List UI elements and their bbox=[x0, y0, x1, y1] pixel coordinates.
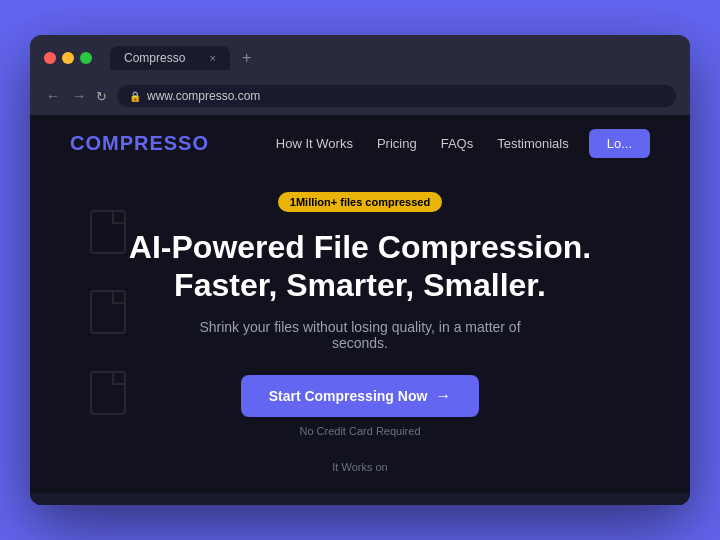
file-icon-2 bbox=[90, 290, 126, 334]
close-dot[interactable] bbox=[44, 52, 56, 64]
maximize-dot[interactable] bbox=[80, 52, 92, 64]
address-bar-row: ← → ↻ 🔒 www.compresso.com bbox=[30, 79, 690, 115]
login-button[interactable]: Lo... bbox=[589, 129, 650, 158]
hero-badge: 1Million+ files compressed bbox=[278, 192, 442, 212]
forward-button[interactable]: → bbox=[70, 86, 88, 106]
nav-pricing[interactable]: Pricing bbox=[377, 136, 417, 151]
floating-file-icons bbox=[90, 192, 126, 433]
tab-title: Compresso bbox=[124, 51, 185, 65]
hero-title: AI-Powered File Compression. Faster, Sma… bbox=[129, 228, 591, 305]
nav-links: How It Works Pricing FAQs Testimonials bbox=[276, 136, 569, 151]
browser-window: Compresso × + ← → ↻ 🔒 www.compresso.com … bbox=[30, 35, 690, 505]
it-works-on-text: It Works on bbox=[332, 461, 387, 473]
address-text: www.compresso.com bbox=[147, 89, 260, 103]
nav-faqs[interactable]: FAQs bbox=[441, 136, 474, 151]
back-button[interactable]: ← bbox=[44, 86, 62, 106]
file-icon-3 bbox=[90, 371, 126, 415]
nav-testimonials[interactable]: Testimonials bbox=[497, 136, 569, 151]
minimize-dot[interactable] bbox=[62, 52, 74, 64]
trusted-section: Trusted by Over 1000+ Users Worldwide Go… bbox=[30, 493, 690, 505]
refresh-button[interactable]: ↻ bbox=[96, 89, 107, 104]
hero-title-line1: AI-Powered File Compression. bbox=[129, 229, 591, 265]
new-tab-button[interactable]: + bbox=[234, 45, 259, 71]
nav-buttons: ← → ↻ bbox=[44, 86, 107, 106]
address-bar[interactable]: 🔒 www.compresso.com bbox=[117, 85, 676, 107]
hero-title-line2: Faster, Smarter, Smaller. bbox=[174, 267, 546, 303]
hero-section: 1Million+ files compressed AI-Powered Fi… bbox=[30, 172, 690, 493]
site-nav: COMPRESSO How It Works Pricing FAQs Test… bbox=[30, 115, 690, 172]
browser-chrome: Compresso × + ← → ↻ 🔒 www.compresso.com bbox=[30, 35, 690, 115]
site-logo[interactable]: COMPRESSO bbox=[70, 132, 209, 155]
tab-close-button[interactable]: × bbox=[210, 52, 216, 64]
lock-icon: 🔒 bbox=[129, 91, 141, 102]
active-tab[interactable]: Compresso × bbox=[110, 46, 230, 70]
cta-label: Start Compressing Now bbox=[269, 388, 428, 404]
cta-arrow-icon: → bbox=[435, 387, 451, 405]
tab-bar: Compresso × + bbox=[110, 45, 259, 71]
traffic-lights bbox=[44, 52, 92, 64]
title-bar: Compresso × + bbox=[30, 35, 690, 79]
hero-subtitle: Shrink your files without losing quality… bbox=[170, 319, 550, 351]
no-credit-card-text: No Credit Card Required bbox=[299, 425, 420, 437]
website-content: COMPRESSO How It Works Pricing FAQs Test… bbox=[30, 115, 690, 505]
cta-button[interactable]: Start Compressing Now → bbox=[241, 375, 480, 417]
file-icon-1 bbox=[90, 210, 126, 254]
nav-how-it-works[interactable]: How It Works bbox=[276, 136, 353, 151]
